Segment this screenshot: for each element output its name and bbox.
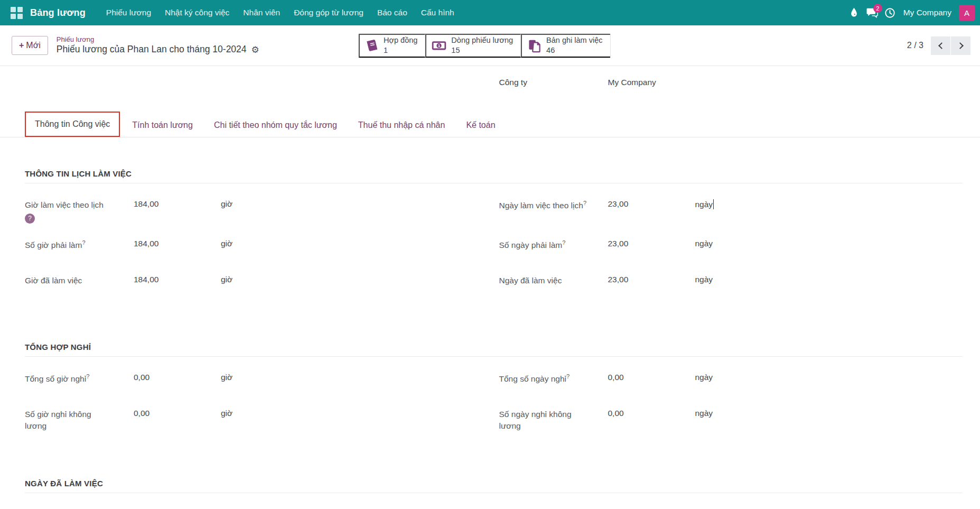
tab-thong-tin-cong-viec[interactable]: Thông tin Công việc: [25, 112, 120, 137]
help-badge-icon: ?: [25, 214, 35, 224]
stat-label: Hợp đồng: [384, 36, 417, 44]
field-value[interactable]: 23,00: [608, 275, 695, 284]
field-ngay-lam-viec-theo-lich: Ngày làm việc theo lịch? 23,00 ngày: [499, 199, 963, 224]
nav-item-nhan-vien[interactable]: Nhân viên: [243, 8, 280, 17]
tab-ke-toan[interactable]: Kế toán: [457, 114, 504, 137]
col-header-kieu[interactable]: Kiểu: [146, 507, 219, 509]
stat-button-payslip-lines[interactable]: 1 Dòng phiếu lương 15: [425, 34, 521, 58]
field-value[interactable]: 184,00: [134, 239, 221, 248]
page-title: Phiếu lương của Phan Lan cho tháng 10-20…: [57, 44, 247, 55]
col-header-den[interactable]: Đến: [440, 507, 592, 509]
stat-label: Dòng phiếu lương: [451, 36, 513, 44]
user-avatar[interactable]: A: [959, 5, 975, 21]
company-field-value[interactable]: My Company: [608, 78, 963, 87]
stat-button-contracts[interactable]: Hợp đồng 1: [359, 34, 425, 58]
field-value[interactable]: 0,00: [608, 409, 695, 418]
field-value[interactable]: 184,00: [134, 199, 221, 209]
section-title-schedule: THÔNG TIN LỊCH LÀM VIỆC: [25, 169, 963, 183]
stat-button-work-entries[interactable]: Bản ghi làm việc 46: [521, 34, 610, 58]
field-tong-so-gio-nghi: Tổng số giờ nghỉ? 0,00 giờ: [25, 373, 489, 394]
gear-icon[interactable]: ⚙: [251, 44, 259, 55]
text-cursor: [713, 199, 714, 209]
field-so-ngay-phai-lam: Số ngày phải làm? 23,00 ngày: [499, 239, 963, 260]
nav-item-bao-cao[interactable]: Báo cáo: [377, 8, 407, 17]
field-gio-lam-viec-theo-lich: Giờ làm việc theo lịch? 184,00 giờ: [25, 199, 489, 224]
control-panel: +Mới Phiếu lương Phiếu lương của Phan La…: [0, 25, 980, 66]
table-header-row: Hợp đồng Kiểu Mã Từ Đến Số giờ Số ngày T…: [25, 507, 963, 509]
book-icon: [365, 39, 379, 52]
field-unit: giờ: [221, 409, 489, 418]
notebook-tabs: Thông tin Công việc Tính toán lương Chi …: [0, 112, 980, 137]
col-header-so-gio[interactable]: Số giờ: [592, 507, 697, 509]
field-value[interactable]: 184,00: [134, 275, 221, 284]
nav-item-cau-hinh[interactable]: Cấu hình: [421, 8, 454, 17]
app-name[interactable]: Bảng lương: [30, 7, 86, 18]
nav-item-dong-gop-tu-luong[interactable]: Đóng góp từ lương: [294, 8, 363, 17]
field-value[interactable]: 0,00: [134, 373, 221, 382]
field-tong-so-ngay-nghi: Tổng số ngày nghỉ? 0,00 ngày: [499, 373, 963, 394]
tab-tinh-toan-luong[interactable]: Tính toán lương: [123, 114, 202, 137]
nav-item-nhat-ky-cong-viec[interactable]: Nhật ký công việc: [165, 8, 229, 17]
field-unit: giờ: [221, 199, 489, 209]
banknote-icon: 1: [432, 39, 446, 52]
field-value[interactable]: 0,00: [134, 409, 221, 418]
field-unit: ngày: [695, 409, 963, 418]
stat-value: 1: [384, 46, 388, 54]
col-header-ma[interactable]: Mã: [219, 507, 320, 509]
activity-clock-icon[interactable]: [881, 4, 899, 22]
field-value[interactable]: 23,00: [608, 239, 695, 248]
field-unit: ngày: [695, 199, 963, 209]
stat-button-group: Hợp đồng 1 1 Dòng phiếu lương 15 Bản ghi…: [358, 33, 611, 58]
top-navbar: Bảng lương Phiếu lương Nhật ký công việc…: [0, 0, 980, 25]
breadcrumb[interactable]: Phiếu lương: [57, 35, 259, 44]
col-header-tu[interactable]: Từ: [320, 507, 440, 509]
field-value[interactable]: 0,00: [608, 373, 695, 382]
stat-label: Bản ghi làm việc: [546, 36, 602, 44]
field-so-gio-nghi-khong-luong: Số giờ nghỉ không lương 0,00 giờ: [25, 409, 489, 432]
field-so-ngay-nghi-khong-luong: Số ngày nghỉ không lương 0,00 ngày: [499, 409, 963, 432]
company-switcher[interactable]: My Company: [903, 8, 951, 17]
col-header-hop-dong[interactable]: Hợp đồng: [25, 507, 146, 509]
tab-chi-tiet-nhom-quy-tac[interactable]: Chi tiết theo nhóm quy tắc lương: [205, 114, 346, 137]
field-unit: ngày: [695, 239, 963, 248]
company-field-label: Công ty: [499, 78, 608, 87]
apps-menu-icon[interactable]: [11, 7, 23, 19]
pager-next-button[interactable]: [951, 36, 970, 55]
field-unit: ngày: [695, 275, 963, 284]
section-title-worked-days: NGÀY ĐÃ LÀM VIỆC: [25, 479, 963, 493]
droplet-icon[interactable]: [845, 4, 863, 22]
field-ngay-da-lam-viec: Ngày đã làm việc 23,00 ngày: [499, 275, 963, 296]
tab-thue-tncn[interactable]: Thuế thu nhập cá nhân: [349, 114, 454, 137]
worked-days-table: Hợp đồng Kiểu Mã Từ Đến Số giờ Số ngày T…: [25, 507, 963, 509]
documents-icon: [527, 39, 542, 53]
field-value[interactable]: 23,00: [608, 199, 695, 209]
payslip-form: Công ty My Company Thông tin Công việc T…: [0, 78, 980, 509]
field-unit: ngày: [695, 373, 963, 382]
stat-value: 15: [451, 46, 460, 54]
col-header-so-ngay[interactable]: Số ngày: [697, 507, 816, 509]
col-header-ty-le-chi-tra[interactable]: Tỷ lệ chi trả: [816, 507, 963, 509]
field-unit: giờ: [221, 373, 489, 382]
messages-icon[interactable]: 2: [863, 4, 881, 22]
field-unit: giờ: [221, 239, 489, 248]
field-gio-da-lam-viec: Giờ đã làm việc 184,00 giờ: [25, 275, 489, 296]
field-so-gio-phai-lam: Số giờ phải làm? 184,00 giờ: [25, 239, 489, 260]
section-title-leaves: TỔNG HỢP NGHỈ: [25, 343, 963, 357]
new-record-button[interactable]: +Mới: [12, 36, 48, 55]
svg-text:1: 1: [438, 43, 441, 48]
chevron-left-icon: [938, 42, 945, 49]
field-unit: giờ: [221, 275, 489, 284]
chevron-right-icon: [957, 42, 964, 49]
pager-count: 2 / 3: [907, 41, 923, 50]
stat-value: 46: [546, 46, 555, 54]
plus-icon: +: [19, 41, 24, 50]
pager-previous-button[interactable]: [931, 36, 950, 55]
nav-item-phieu-luong[interactable]: Phiếu lương: [106, 8, 151, 17]
